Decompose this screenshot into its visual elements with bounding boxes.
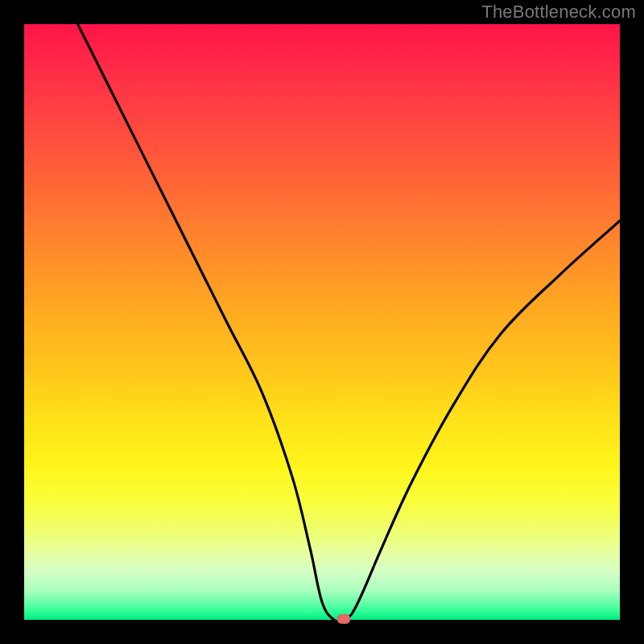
chart-frame: TheBottleneck.com xyxy=(0,0,644,644)
bottleneck-curve xyxy=(78,24,620,620)
curve-svg xyxy=(24,24,620,620)
plot-area xyxy=(24,24,620,620)
watermark-text: TheBottleneck.com xyxy=(481,2,636,23)
optimal-point-indicator xyxy=(337,614,350,624)
